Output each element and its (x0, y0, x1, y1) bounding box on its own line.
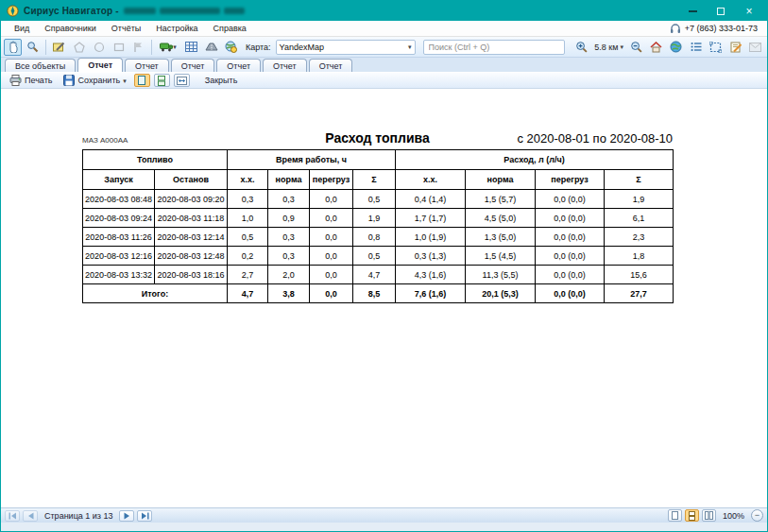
cell-r0-c5: 0,5 (353, 190, 396, 209)
cell-r4-c2: 2,7 (228, 266, 268, 284)
zoom-decrease-button[interactable]: − (751, 509, 763, 522)
report-title: Расход топлива (243, 130, 512, 146)
table-header-row: ЗапускОстановх.х.нормаперегрузΣх.х.норма… (83, 170, 674, 190)
legend-list-button[interactable] (687, 39, 705, 56)
menu-item-1[interactable]: Справочники (37, 22, 104, 35)
home-view-button[interactable] (647, 39, 665, 56)
group-header-worktime: Время работы, ч (228, 150, 396, 170)
menu-item-0[interactable]: Вид (7, 22, 37, 35)
cell-r2-c6: 1,0 (1,9) (396, 228, 466, 247)
printer-icon (9, 75, 22, 86)
list-icon (691, 42, 702, 52)
zoom-in-button[interactable] (572, 39, 590, 56)
grid-icon (185, 42, 197, 52)
circle-tool-button[interactable] (90, 39, 108, 56)
cell-r4-c5: 4,7 (353, 266, 396, 284)
tab-report-3[interactable]: Отчет (171, 59, 215, 72)
tab-report-1[interactable]: Отчет (77, 58, 123, 72)
pan-hand-button[interactable] (4, 39, 22, 56)
home-icon (650, 42, 662, 53)
next-page-icon (124, 512, 130, 520)
total-value-5: 20,1 (5,3) (466, 284, 536, 303)
messages-button[interactable] (746, 39, 764, 56)
total-value-0: 4,7 (228, 284, 268, 303)
edit-geozone-button[interactable] (50, 39, 68, 56)
fit-width-view-button[interactable] (174, 74, 190, 87)
tab-report-5[interactable]: Отчет (263, 59, 307, 72)
cell-r2-c1: 2020-08-03 12:14 (155, 228, 228, 247)
minimize-button[interactable] (678, 1, 707, 21)
search-input[interactable] (423, 40, 566, 55)
cell-r3-c1: 2020-08-03 12:48 (155, 247, 228, 266)
world-map-button[interactable] (667, 39, 685, 56)
globe-clock-icon (225, 41, 237, 53)
cell-r4-c9: 15,6 (605, 266, 674, 284)
note-pencil-icon (730, 42, 742, 53)
cell-r1-c4: 0,0 (310, 209, 353, 228)
first-page-button[interactable] (5, 510, 20, 522)
close-report-label: Закрыть (205, 76, 238, 85)
cell-r2-c5: 0,8 (353, 228, 396, 247)
flag-tool-button[interactable] (129, 39, 147, 56)
tab-report-6[interactable]: Отчет (309, 59, 353, 72)
close-button[interactable]: × (735, 1, 763, 21)
cell-r3-c9: 1,8 (605, 247, 674, 266)
cell-r1-c0: 2020-08-03 09:24 (83, 209, 155, 228)
zoom-out-button[interactable] (627, 39, 645, 56)
cell-r0-c9: 1,9 (605, 190, 674, 209)
column-header-8: перегруз (536, 170, 605, 190)
report-period: с 2020-08-01 по 2020-08-10 (512, 131, 673, 146)
tab-report-2[interactable]: Отчет (125, 59, 169, 72)
view-facing-button[interactable] (702, 509, 716, 522)
continuous-view-button[interactable] (154, 74, 170, 87)
prev-page-button[interactable] (23, 510, 38, 522)
route-button[interactable] (202, 39, 220, 56)
page-icon (138, 76, 145, 85)
zoom-select-button[interactable] (24, 39, 42, 56)
tab-all-objects[interactable]: Все объекты (5, 59, 76, 72)
close-report-button[interactable]: Закрыть (201, 75, 242, 86)
save-button[interactable]: Сохранить ▾ (60, 74, 129, 87)
scale-caret-icon: ▾ (620, 43, 623, 50)
window-title-redacted (124, 8, 245, 14)
title-bar: Сириус Навигатор - × (1, 1, 767, 21)
vehicle-menu-button[interactable]: ▾ (156, 39, 180, 56)
select-area-button[interactable] (707, 39, 725, 56)
next-page-button[interactable] (119, 510, 134, 522)
map-scale-dropdown[interactable]: 5.8 км ▾ (592, 43, 625, 52)
group-header-fuel: Топливо (83, 150, 228, 170)
maximize-button[interactable] (707, 1, 735, 21)
cell-r0-c4: 0,0 (310, 190, 353, 209)
minus-icon: − (755, 511, 759, 520)
table-view-button[interactable] (182, 39, 200, 56)
view-single-button[interactable] (668, 509, 682, 522)
main-toolbar: ▾ Карта: YandexMap ▾ (1, 37, 767, 58)
page-indicator: Страница 1 из 13 (41, 511, 116, 521)
window-bottom-edge (1, 523, 767, 531)
tab-report-4[interactable]: Отчет (216, 59, 261, 72)
view-continuous-button[interactable] (685, 509, 699, 522)
cell-r1-c7: 4,5 (5,0) (466, 209, 536, 228)
notes-button[interactable] (726, 39, 744, 56)
menu-item-2[interactable]: Отчёты (104, 22, 148, 35)
last-page-button[interactable] (137, 510, 152, 522)
cell-r3-c6: 0,3 (1,3) (396, 247, 466, 266)
column-header-4: перегруз (310, 170, 353, 190)
cell-r1-c3: 0,9 (268, 209, 310, 228)
menu-item-3[interactable]: Настройка (148, 22, 205, 35)
column-header-3: норма (268, 170, 310, 190)
cell-r3-c5: 0,5 (353, 247, 396, 266)
cell-r4-c1: 2020-08-03 18:16 (155, 266, 228, 284)
total-label: Итого: (83, 284, 228, 303)
rectangle-tool-button[interactable] (110, 39, 128, 56)
polygon-tool-button[interactable] (70, 39, 88, 56)
menu-item-4[interactable]: Справка (206, 22, 254, 35)
cell-r2-c9: 2,3 (605, 228, 674, 247)
single-page-view-button[interactable] (134, 74, 150, 87)
cell-r4-c3: 2,0 (268, 266, 310, 284)
globe-time-button[interactable] (222, 39, 240, 56)
total-value-3: 8,5 (353, 284, 396, 303)
pages-scroll-icon (158, 76, 165, 86)
map-select[interactable]: YandexMap ▾ (276, 40, 416, 55)
print-button[interactable]: Печать (6, 74, 56, 87)
